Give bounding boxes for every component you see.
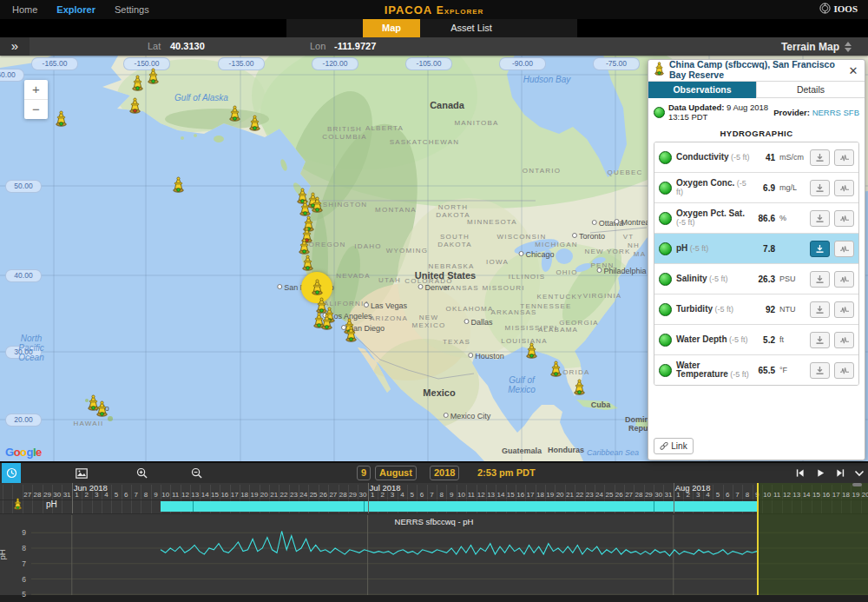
timeline-day-label: 28 [339, 491, 348, 499]
buoy-icon-small [13, 498, 23, 513]
collapse-timeline-button[interactable] [852, 463, 867, 483]
download-button[interactable] [810, 332, 830, 348]
tab-map[interactable]: Map [363, 19, 420, 37]
step-forward-button[interactable] [832, 463, 848, 483]
timeline-day-label: 12 [477, 491, 486, 499]
play-button[interactable] [812, 463, 828, 483]
date-month-button[interactable]: August [375, 466, 417, 480]
observation-unit: NTU [779, 305, 806, 314]
data-availability-bar[interactable] [161, 501, 757, 512]
chart-button[interactable] [834, 210, 854, 227]
observation-unit: % [779, 214, 806, 222]
asset-marker-buoy[interactable] [298, 238, 311, 255]
step-back-button[interactable] [792, 463, 807, 483]
asset-marker-buoy[interactable] [549, 361, 562, 377]
download-button[interactable] [810, 180, 830, 196]
timeline-day-label: 3 [387, 491, 397, 499]
observation-row[interactable]: Conductivity (-5 ft)41mS/cm [654, 142, 858, 173]
timeline-day-label: 14 [496, 491, 505, 499]
map-zoom-out-button[interactable]: − [24, 100, 48, 119]
observation-row[interactable]: Salinity (-5 ft)26.3PSU [654, 264, 858, 294]
asset-marker-buoy[interactable] [172, 176, 185, 193]
download-button[interactable] [810, 271, 830, 288]
asset-marker-buoy[interactable] [299, 200, 312, 216]
download-button[interactable] [810, 149, 830, 166]
basemap-dropdown[interactable]: Terrain Map [781, 37, 852, 56]
observation-row[interactable]: Water Temperature (-5 ft)65.5°F [654, 355, 858, 385]
chart-ytick-label: 7 [0, 559, 26, 568]
timeline-day-label: 18 [841, 491, 851, 499]
map-label: VT [623, 233, 635, 241]
asset-marker-buoy[interactable] [311, 279, 324, 295]
time-mode-button[interactable] [2, 463, 21, 483]
map-label: NH [628, 241, 640, 249]
google-logo[interactable]: Google [5, 446, 42, 459]
scrollbar-thumb[interactable] [852, 483, 862, 486]
observation-row[interactable]: pH (-5 ft)7.8 [654, 234, 858, 264]
map-label: TEXAS [443, 338, 470, 346]
sidebar-expand-button[interactable]: » [0, 37, 30, 56]
download-button[interactable] [810, 241, 830, 257]
export-image-button[interactable] [73, 463, 90, 483]
download-button[interactable] [810, 362, 830, 379]
panel-spacer [648, 386, 865, 438]
map-zoom-in-button[interactable]: + [24, 80, 48, 100]
timeline-day-label: 16 [516, 491, 525, 499]
timeline-day-label: 22 [575, 491, 584, 499]
map-label: WYOMING [386, 247, 428, 255]
timeline-zoom-in-button[interactable] [133, 463, 150, 483]
tab-asset-list[interactable]: Asset List [420, 19, 523, 37]
chart-button[interactable] [834, 149, 854, 166]
close-icon[interactable]: ✕ [847, 64, 859, 77]
map-label: ILLINOIS [509, 273, 546, 281]
asset-marker-buoy[interactable] [55, 110, 68, 127]
timeline-zoom-out-button[interactable] [187, 463, 205, 483]
buoy-icon [654, 62, 665, 79]
provider-link[interactable]: NERRS SFB [812, 108, 859, 117]
chart-button[interactable] [834, 180, 854, 196]
chart-button[interactable] [834, 271, 854, 288]
asset-marker-buoy[interactable] [228, 105, 241, 122]
observation-row[interactable]: Oxygen Pct. Sat. (-5 ft)86.6% [654, 203, 858, 234]
chart-button[interactable] [834, 362, 854, 379]
waveform-icon [839, 335, 850, 345]
app-title-main: IPACOA [385, 3, 433, 17]
tab-details[interactable]: Details [756, 82, 865, 98]
download-button[interactable] [810, 301, 830, 318]
asset-marker-buoy[interactable] [311, 196, 324, 213]
asset-marker-buoy[interactable] [525, 342, 538, 359]
observation-value: 65.5 [754, 366, 775, 375]
observation-label: Salinity (-5 ft) [676, 275, 750, 284]
tab-observations[interactable]: Observations [648, 82, 756, 98]
waveform-icon [839, 305, 850, 314]
time-cursor[interactable] [757, 483, 759, 595]
asset-marker-buoy[interactable] [573, 379, 586, 395]
asset-marker-buoy[interactable] [128, 97, 141, 114]
ioos-logo: IOOS [819, 3, 858, 14]
lat-chip: 40.00 [5, 269, 42, 282]
asset-marker-buoy[interactable] [248, 115, 261, 131]
date-day-button[interactable]: 9 [357, 466, 371, 480]
city-label: Denver [418, 283, 450, 292]
link-button[interactable]: Link [654, 438, 694, 454]
observation-row[interactable]: Oxygen Conc. (-5 ft)6.9mg/L [654, 173, 858, 203]
map-label: Gulf of Alaska [174, 93, 228, 103]
asset-marker-buoy[interactable] [131, 75, 144, 91]
asset-marker-buoy[interactable] [320, 314, 333, 330]
status-ok-icon [659, 273, 672, 286]
lat-chip: 60.00 [0, 69, 24, 82]
map-label: IOWA [486, 258, 509, 266]
observation-row[interactable]: Turbidity (-5 ft)92NTU [654, 294, 858, 325]
asset-marker-buoy[interactable] [95, 400, 108, 417]
asset-marker-buoy[interactable] [147, 68, 160, 84]
map-label: WISCONSIN [496, 233, 546, 241]
asset-marker-buoy[interactable] [301, 255, 314, 271]
asset-marker-buoy[interactable] [345, 326, 358, 342]
chart-button[interactable] [834, 332, 854, 348]
chart-button[interactable] [834, 301, 854, 318]
date-year-button[interactable]: 2018 [430, 466, 459, 480]
download-button[interactable] [810, 210, 830, 227]
chart-button[interactable] [834, 241, 854, 257]
observation-row[interactable]: Water Depth (-5 ft)5.2ft [654, 325, 858, 355]
current-time-text: 2:53 pm PDT [477, 466, 536, 479]
